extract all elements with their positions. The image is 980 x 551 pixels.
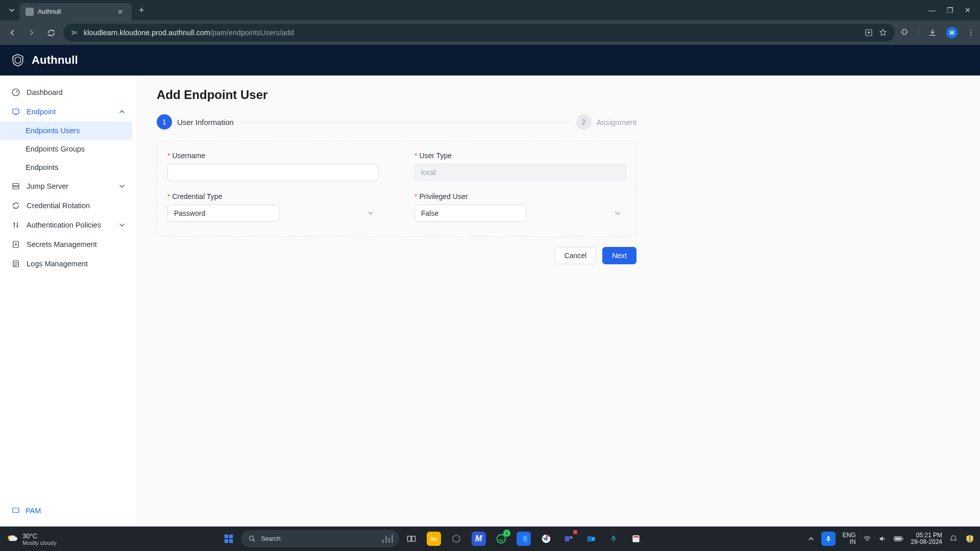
address-bar[interactable]: kloudlearn.kloudone.prod.authnull.com/pa…: [63, 24, 895, 41]
close-icon[interactable]: ✕: [115, 8, 126, 16]
microphone-icon: [825, 535, 832, 542]
pam-icon: [11, 506, 20, 515]
step-assignment[interactable]: 2 Assignment: [576, 114, 636, 130]
svg-rect-15: [224, 539, 228, 543]
profile-avatar[interactable]: M: [946, 27, 958, 38]
wifi-icon[interactable]: [863, 535, 871, 543]
coral-icon: [608, 534, 619, 544]
task-view-button[interactable]: [404, 532, 419, 546]
sidebar-item-dashboard[interactable]: Dashboard: [0, 83, 136, 102]
form-card: *Username *User Type *Credential Type: [157, 141, 636, 237]
voice-access-button[interactable]: [821, 532, 836, 546]
window-minimize-button[interactable]: ―: [928, 6, 936, 14]
whatsapp-button[interactable]: 2: [494, 532, 508, 546]
teams-button[interactable]: [561, 532, 576, 546]
downloads-icon[interactable]: [928, 28, 937, 37]
file-explorer-button[interactable]: [427, 532, 441, 546]
app-logo-icon: [11, 54, 24, 67]
window-maximize-button[interactable]: ❐: [947, 6, 953, 14]
windows-taskbar: 30°C Mostly cloudy Search M 2: [0, 527, 980, 551]
chevron-down-icon: [615, 210, 621, 216]
folder-icon: [429, 534, 438, 543]
hexagon-icon: [451, 534, 461, 544]
favicon-icon: [26, 8, 34, 16]
svg-point-24: [570, 536, 572, 539]
weather-temp: 30°C: [22, 532, 37, 540]
chevron-up-icon: [119, 109, 125, 115]
privileged-user-select[interactable]: [414, 205, 626, 222]
cancel-button[interactable]: Cancel: [555, 247, 597, 264]
taskbar-app-2[interactable]: M: [472, 532, 486, 546]
field-label: *Username: [167, 152, 379, 160]
kebab-menu-icon[interactable]: [967, 29, 975, 37]
sidebar-item-label: Jump Server: [27, 182, 68, 190]
svg-rect-31: [895, 538, 901, 540]
tabs-dropdown-button[interactable]: [4, 3, 19, 17]
vscode-alt-button[interactable]: [606, 532, 621, 546]
credential-type-value[interactable]: [167, 205, 279, 222]
language-indicator[interactable]: ENG IN: [843, 532, 856, 545]
sidebar-footer-pam[interactable]: PAM: [0, 501, 136, 527]
window-close-button[interactable]: ✕: [965, 6, 971, 14]
forward-button[interactable]: [24, 26, 39, 40]
chrome-button[interactable]: [539, 532, 553, 546]
reload-button[interactable]: [44, 26, 58, 40]
bookmark-icon[interactable]: [878, 28, 888, 37]
app-header: Authnull: [0, 45, 980, 76]
back-button[interactable]: [5, 26, 19, 40]
credential-type-select[interactable]: [167, 205, 379, 222]
volume-icon[interactable]: [878, 535, 887, 543]
notifications-icon[interactable]: [949, 535, 958, 543]
sidebar-subitem-endpoints-groups[interactable]: Endpoints Groups: [0, 140, 136, 158]
taskbar-search[interactable]: Search: [241, 530, 399, 547]
outlook-button[interactable]: [584, 532, 598, 546]
field-username: *Username: [167, 152, 379, 181]
next-button[interactable]: Next: [602, 247, 636, 264]
sidebar-item-secrets-management[interactable]: Secrets Management: [0, 235, 136, 254]
start-button[interactable]: [222, 532, 236, 546]
secrets-icon: [11, 240, 20, 249]
username-input[interactable]: [167, 164, 379, 181]
date-text: 28-08-2024: [911, 539, 942, 545]
svg-rect-19: [411, 536, 415, 541]
tab-title: Authnull: [38, 8, 111, 15]
rotation-icon: [11, 201, 20, 210]
taskbar-app-1[interactable]: [449, 532, 463, 546]
install-app-icon[interactable]: [864, 28, 873, 37]
vscode-button[interactable]: [517, 532, 531, 546]
sidebar-item-endpoint[interactable]: Endpoint: [0, 102, 136, 121]
new-tab-button[interactable]: +: [132, 5, 152, 16]
svg-point-2: [970, 32, 971, 33]
svg-rect-18: [407, 536, 411, 541]
battery-icon[interactable]: [894, 535, 904, 542]
svg-point-1: [970, 30, 971, 31]
sidebar-item-label: Secrets Management: [27, 240, 97, 248]
windows-icon: [223, 533, 234, 544]
tray-chevron-icon[interactable]: [808, 536, 814, 542]
sidebar-footer-label: PAM: [26, 507, 41, 515]
sidebar-subitem-endpoints-users[interactable]: Endpoints Users: [0, 121, 132, 140]
step-label: Assignment: [597, 118, 636, 127]
chevron-down-icon: [119, 222, 125, 228]
taskbar-weather[interactable]: 30°C Mostly cloudy: [5, 532, 57, 546]
clock[interactable]: 05:21 PM 28-08-2024: [911, 532, 942, 545]
taskbar-app-3[interactable]: [629, 532, 643, 546]
step-user-information[interactable]: 1 User Information: [157, 114, 234, 130]
sidebar-item-credential-rotation[interactable]: Credential Rotation: [0, 196, 136, 215]
browser-tab[interactable]: Authnull ✕: [19, 3, 132, 20]
sidebar-item-label: Logs Management: [27, 260, 88, 268]
sidebar-item-logs-management[interactable]: Logs Management: [0, 254, 136, 273]
sidebar-item-authentication-policies[interactable]: Authentication Policies: [0, 215, 136, 235]
sidebar-item-jump-server[interactable]: Jump Server: [0, 177, 136, 196]
site-settings-icon[interactable]: [70, 29, 79, 37]
sidebar-item-label: Endpoints: [26, 163, 59, 171]
taskbar-app-4[interactable]: [965, 534, 975, 544]
chevron-down-icon: [368, 210, 374, 216]
field-credential-type: *Credential Type: [167, 192, 379, 222]
privileged-user-value[interactable]: [414, 205, 526, 222]
extensions-icon[interactable]: [900, 28, 909, 37]
sidebar-subitem-endpoints[interactable]: Endpoints: [0, 158, 136, 177]
sidebar-item-label: Endpoints Groups: [26, 145, 85, 153]
app-generic-icon: [631, 534, 641, 544]
svg-rect-11: [13, 508, 19, 513]
